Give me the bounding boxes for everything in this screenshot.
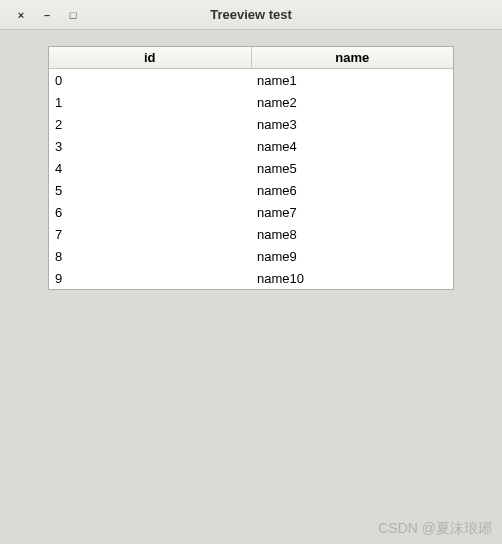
minimize-icon: – xyxy=(44,9,50,21)
cell-name: name8 xyxy=(251,225,453,244)
column-header-name[interactable]: name xyxy=(252,47,454,68)
cell-id: 9 xyxy=(49,269,251,288)
window-title: Treeview test xyxy=(86,7,494,22)
close-button[interactable]: × xyxy=(8,5,34,25)
close-icon: × xyxy=(18,9,24,21)
table-row[interactable]: 4 name5 xyxy=(49,157,453,179)
cell-name: name6 xyxy=(251,181,453,200)
column-header-id[interactable]: id xyxy=(49,47,252,68)
cell-id: 1 xyxy=(49,93,251,112)
minimize-button[interactable]: – xyxy=(34,5,60,25)
cell-id: 3 xyxy=(49,137,251,156)
cell-name: name2 xyxy=(251,93,453,112)
cell-name: name4 xyxy=(251,137,453,156)
cell-id: 4 xyxy=(49,159,251,178)
cell-name: name7 xyxy=(251,203,453,222)
cell-name: name5 xyxy=(251,159,453,178)
cell-name: name3 xyxy=(251,115,453,134)
cell-id: 5 xyxy=(49,181,251,200)
cell-name: name10 xyxy=(251,269,453,288)
maximize-button[interactable]: □ xyxy=(60,5,86,25)
table-row[interactable]: 6 name7 xyxy=(49,201,453,223)
cell-id: 8 xyxy=(49,247,251,266)
cell-name: name9 xyxy=(251,247,453,266)
cell-id: 6 xyxy=(49,203,251,222)
table-row[interactable]: 1 name2 xyxy=(49,91,453,113)
app-body: id name 0 name1 1 name2 2 name3 3 name4 … xyxy=(0,30,502,544)
treeview[interactable]: id name 0 name1 1 name2 2 name3 3 name4 … xyxy=(48,46,454,290)
cell-id: 0 xyxy=(49,71,251,90)
table-row[interactable]: 5 name6 xyxy=(49,179,453,201)
window-titlebar: × – □ Treeview test xyxy=(0,0,502,30)
cell-id: 2 xyxy=(49,115,251,134)
maximize-icon: □ xyxy=(70,9,77,21)
treeview-header: id name xyxy=(49,47,453,69)
table-row[interactable]: 0 name1 xyxy=(49,69,453,91)
cell-id: 7 xyxy=(49,225,251,244)
treeview-body: 0 name1 1 name2 2 name3 3 name4 4 name5 … xyxy=(49,69,453,289)
cell-name: name1 xyxy=(251,71,453,90)
window-controls: × – □ xyxy=(8,5,86,25)
table-row[interactable]: 8 name9 xyxy=(49,245,453,267)
table-row[interactable]: 7 name8 xyxy=(49,223,453,245)
table-row[interactable]: 3 name4 xyxy=(49,135,453,157)
table-row[interactable]: 2 name3 xyxy=(49,113,453,135)
table-row[interactable]: 9 name10 xyxy=(49,267,453,289)
